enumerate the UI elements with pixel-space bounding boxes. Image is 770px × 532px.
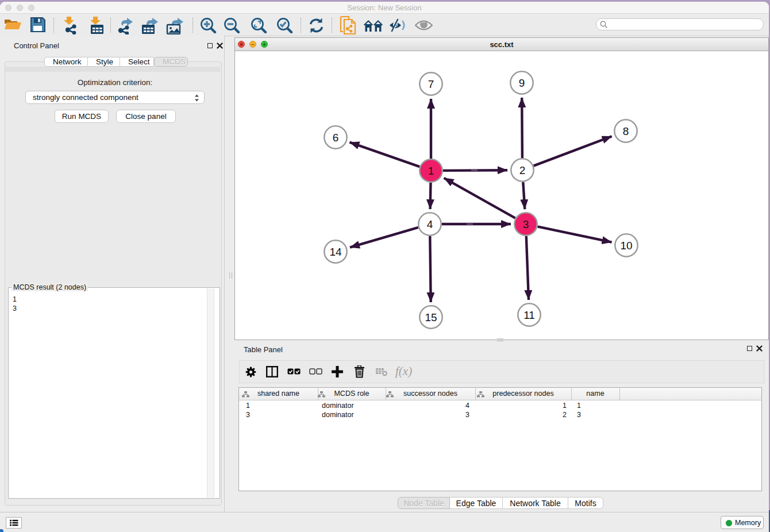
svg-text:3: 3 bbox=[523, 218, 529, 230]
svg-text:1: 1 bbox=[428, 165, 434, 177]
svg-text:7: 7 bbox=[428, 78, 434, 90]
svg-text:15: 15 bbox=[425, 311, 437, 323]
svg-text:10: 10 bbox=[620, 240, 632, 252]
svg-text:2: 2 bbox=[519, 164, 526, 176]
svg-text:4: 4 bbox=[427, 218, 433, 230]
svg-text:9: 9 bbox=[519, 77, 525, 89]
svg-text:8: 8 bbox=[623, 125, 629, 137]
svg-text:6: 6 bbox=[333, 132, 339, 144]
svg-text:11: 11 bbox=[523, 309, 535, 321]
svg-text:14: 14 bbox=[329, 246, 342, 258]
